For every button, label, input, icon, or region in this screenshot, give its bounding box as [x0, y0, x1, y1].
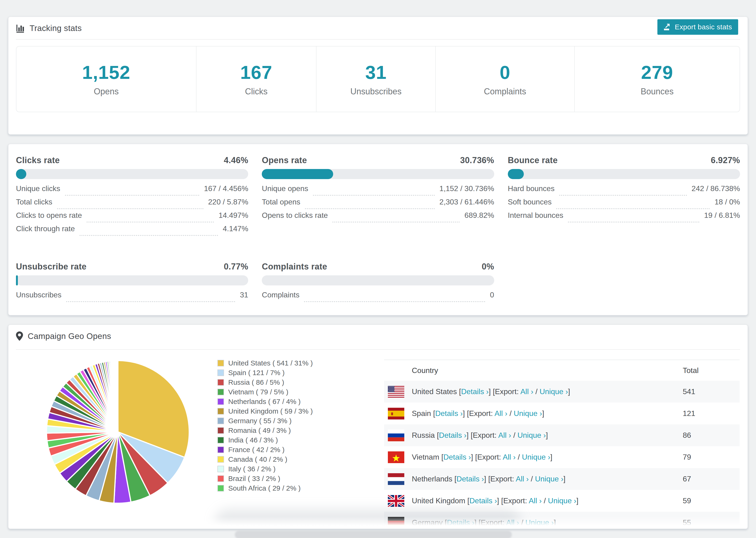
legend-swatch: [217, 369, 224, 376]
geo-table-row-ru: Russia [Details ›] [Export: All › / Uniq…: [384, 424, 739, 446]
details-link[interactable]: Details ›: [457, 475, 484, 483]
rate-row-label: Opens to clicks rate: [262, 211, 328, 220]
legend-item-ca[interactable]: Canada ( 40 / 2% ): [217, 455, 313, 464]
geo-table-row-de: Germany [Details ›] [Export: All › / Uni…: [384, 512, 739, 529]
dotted-leader: [304, 301, 485, 302]
dotted-leader: [313, 195, 435, 196]
legend-item-us[interactable]: United States ( 541 / 31% ): [217, 358, 313, 368]
legend-label: Russia ( 86 / 5% ): [228, 378, 284, 386]
legend-label: France ( 42 / 2% ): [228, 446, 285, 454]
stat-label: Unsubscribes: [350, 86, 402, 96]
details-link[interactable]: Details ›: [447, 518, 474, 527]
stat-label: Bounces: [641, 86, 674, 96]
rate-row-value: 167 / 4.456%: [204, 184, 248, 193]
rate-rows: Unsubscribes31: [16, 291, 248, 304]
export-all-link[interactable]: All ›: [495, 409, 507, 418]
export-unique-link[interactable]: Unique ›: [517, 431, 546, 439]
rate-row: Total clicks220 / 5.87%: [16, 198, 248, 211]
export-unique-link[interactable]: Unique ›: [535, 475, 564, 483]
legend-label: Vietnam ( 79 / 5% ): [228, 388, 288, 396]
legend-label: Brazil ( 33 / 2% ): [228, 475, 280, 483]
summary-stat-bounces: 279Bounces: [575, 46, 739, 112]
export-unique-link[interactable]: Unique ›: [525, 518, 554, 527]
export-all-link[interactable]: All ›: [498, 431, 511, 439]
rate-value: 0.77%: [224, 262, 248, 272]
stat-value: 167: [240, 62, 272, 83]
rate-row-value: 689.82%: [464, 211, 494, 220]
rate-title-row: Unsubscribe rate0.77%: [16, 262, 248, 272]
export-all-link[interactable]: All ›: [506, 518, 519, 527]
rate-row-label: Complaints: [262, 291, 299, 299]
rate-row: Unique opens1,152 / 30.736%: [262, 184, 494, 198]
legend-label: Romania ( 49 / 3% ): [228, 426, 291, 435]
details-link[interactable]: Details ›: [444, 453, 471, 461]
total-cell: 541: [683, 387, 695, 396]
tracking-stats-header: Tracking stats Export basic stats: [9, 17, 747, 39]
legend-item-de[interactable]: Germany ( 55 / 3% ): [217, 416, 313, 426]
legend-swatch: [217, 389, 224, 395]
bar-chart-icon: [16, 24, 25, 32]
rate-row-value: 14.497%: [219, 211, 248, 220]
legend-item-za[interactable]: South Africa ( 29 / 2% ): [217, 483, 313, 493]
total-cell: 86: [683, 431, 691, 440]
details-link[interactable]: Details ›: [469, 497, 497, 505]
export-unique-link[interactable]: Unique ›: [548, 497, 576, 505]
rate-row-value: 4.147%: [223, 224, 248, 233]
summary-stat-complaints: 0Complaints: [436, 46, 574, 112]
legend-item-es[interactable]: Spain ( 121 / 7% ): [217, 368, 313, 377]
rate-title: Complaints rate: [262, 262, 327, 272]
details-link[interactable]: Details ›: [461, 387, 489, 396]
legend-item-nl[interactable]: Netherlands ( 67 / 4% ): [217, 397, 313, 406]
geo-title: Campaign Geo Opens: [16, 331, 111, 341]
rate-row-label: Unique opens: [262, 184, 308, 193]
rate-row-value: 220 / 5.87%: [208, 198, 248, 206]
rate-title: Clicks rate: [16, 155, 60, 165]
legend-item-fr[interactable]: France ( 42 / 2% ): [217, 445, 313, 455]
legend-item-br[interactable]: Brazil ( 33 / 2% ): [217, 474, 313, 483]
total-cell: 59: [683, 497, 691, 505]
pie-slice-55[interactable]: [118, 360, 118, 432]
legend-item-ro[interactable]: Romania ( 49 / 3% ): [217, 426, 313, 435]
horizontal-scrollbar-thumb[interactable]: [235, 530, 512, 538]
dotted-leader: [65, 195, 199, 196]
total-cell: 79: [683, 453, 691, 461]
rate-row-value: 0: [490, 291, 494, 299]
export-all-link[interactable]: All ›: [516, 475, 529, 483]
summary-stat-unsubscribes: 31Unsubscribes: [316, 46, 436, 112]
column-country: Country: [412, 366, 438, 375]
export-unique-link[interactable]: Unique ›: [522, 453, 550, 461]
rate-progress-fill: [508, 169, 524, 179]
geo-table-row-vn: Vietnam [Details ›] [Export: All › / Uni…: [384, 446, 739, 468]
campaign-geo-opens-card: Campaign Geo Opens United States ( 541 /…: [8, 324, 748, 529]
export-basic-stats-button[interactable]: Export basic stats: [657, 19, 738, 35]
legend-item-gb[interactable]: United Kingdom ( 59 / 3% ): [217, 406, 313, 416]
legend-label: Netherlands ( 67 / 4% ): [228, 398, 300, 405]
details-link[interactable]: Details ›: [439, 431, 466, 439]
country-cell: Germany [Details ›] [Export: All › / Uni…: [412, 518, 556, 527]
rate-rows: Unique opens1,152 / 30.736%Total opens2,…: [262, 184, 494, 224]
rate-progress-fill: [16, 169, 26, 179]
geo-pie-chart[interactable]: [43, 357, 193, 507]
rate-title-row: Opens rate30.736%: [262, 155, 494, 165]
legend-item-in[interactable]: India ( 46 / 3% ): [217, 435, 313, 445]
legend-label: United States ( 541 / 31% ): [228, 359, 313, 367]
details-link[interactable]: Details ›: [435, 409, 463, 418]
tracking-stats-page: Tracking stats Export basic stats 1,152O…: [0, 0, 756, 538]
legend-item-ru[interactable]: Russia ( 86 / 5% ): [217, 377, 313, 387]
dotted-leader: [87, 222, 214, 223]
legend-item-vn[interactable]: Vietnam ( 79 / 5% ): [217, 387, 313, 397]
export-all-link[interactable]: All ›: [503, 453, 515, 461]
rates-grid: Clicks rate4.46%Unique clicks167 / 4.456…: [16, 155, 740, 304]
geo-table-row-gb: United Kingdom [Details ›] [Export: All …: [384, 490, 739, 512]
rate-row: Total opens2,303 / 61.446%: [262, 198, 494, 211]
export-all-link[interactable]: All ›: [529, 497, 542, 505]
export-unique-link[interactable]: Unique ›: [540, 387, 568, 396]
export-unique-link[interactable]: Unique ›: [514, 409, 542, 418]
export-all-link[interactable]: All ›: [520, 387, 533, 396]
rate-row-value: 2,303 / 61.446%: [440, 198, 494, 206]
legend-item-it[interactable]: Italy ( 36 / 2% ): [217, 464, 313, 474]
map-marker-icon: [16, 331, 23, 341]
rate-row: Opens to clicks rate689.82%: [262, 211, 494, 224]
rate-row: Click through rate4.147%: [16, 224, 248, 238]
rate-block-opens-rate: Opens rate30.736%Unique opens1,152 / 30.…: [262, 155, 494, 224]
